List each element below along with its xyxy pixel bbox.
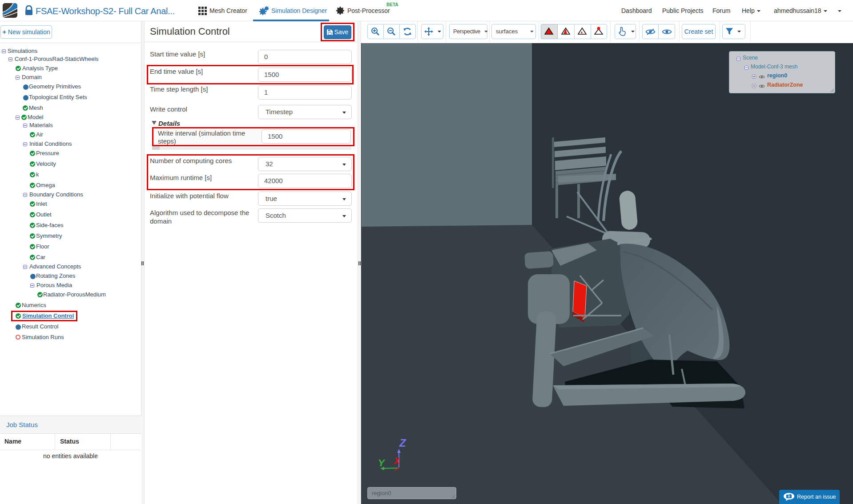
svg-text:Y: Y — [378, 457, 386, 468]
svg-text:X: X — [394, 456, 401, 466]
svg-text:Z: Z — [399, 437, 406, 449]
